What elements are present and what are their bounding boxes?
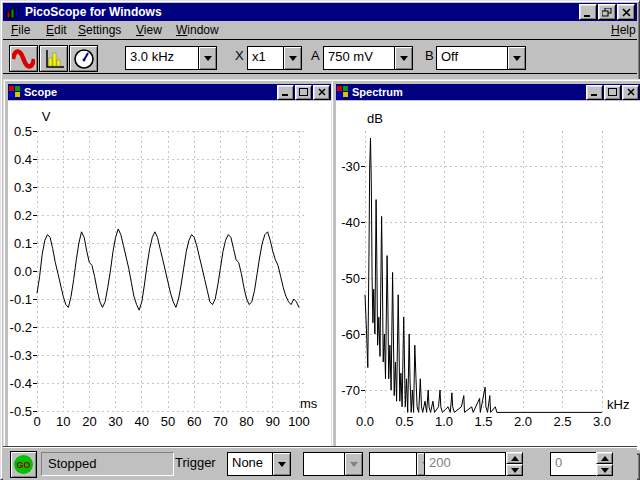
x-tick-label: 1.0 xyxy=(435,414,453,429)
x-tick-label: 80 xyxy=(239,414,253,429)
scope-window-icon xyxy=(9,86,21,98)
y-tick-label: -0.1 xyxy=(10,292,32,307)
chevron-down-icon xyxy=(513,56,521,61)
spectrum-window-title: Spectrum xyxy=(352,86,585,98)
menu-file[interactable]: File xyxy=(9,22,32,38)
timebase-select[interactable]: 3.0 kHz xyxy=(125,46,217,70)
trigger-delay-field[interactable]: 0 xyxy=(550,452,597,476)
y-axis-unit-label: dB xyxy=(367,111,383,126)
trigger-direction-value xyxy=(370,453,416,475)
x-tick-label: 20 xyxy=(82,414,96,429)
main-titlebar[interactable]: PicoScope for Windows xyxy=(3,3,637,21)
x-tick-label: 0.0 xyxy=(356,414,374,429)
scope-view-button[interactable] xyxy=(9,45,38,72)
x-tick-label: 30 xyxy=(108,414,122,429)
spin-up-button[interactable] xyxy=(596,452,613,464)
spectrum-maximize-button[interactable] xyxy=(604,85,621,100)
spectrum-minimize-button[interactable] xyxy=(586,85,603,100)
meter-view-button[interactable] xyxy=(69,45,98,72)
channel-a-range-select[interactable]: 750 mV xyxy=(323,46,413,70)
spin-down-button[interactable] xyxy=(506,464,523,476)
channel-a-dropdown-button[interactable] xyxy=(394,47,412,69)
scope-titlebar[interactable]: Scope xyxy=(8,84,331,100)
trigger-delay-spinner xyxy=(596,452,613,476)
close-icon xyxy=(627,88,635,96)
x-multiplier-label: X xyxy=(235,48,244,63)
application-window: PicoScope for Windows File Edit Settings… xyxy=(0,0,640,480)
menu-edit[interactable]: Edit xyxy=(44,22,69,38)
toolbar: 3.0 kHz X x1 A 750 mV B Off xyxy=(3,39,637,74)
chevron-down-icon xyxy=(350,462,358,467)
maximize-icon xyxy=(299,88,308,96)
chevron-up-icon xyxy=(511,456,519,461)
x-tick-label: 50 xyxy=(161,414,175,429)
x-multiplier-select[interactable]: x1 xyxy=(247,46,302,70)
chevron-down-icon xyxy=(204,56,212,61)
x-tick-label: 2.0 xyxy=(514,414,532,429)
y-tick-label: -0.4 xyxy=(10,376,32,391)
y-axis-unit-label: V xyxy=(42,109,51,124)
trigger-threshold-spinner xyxy=(506,452,523,476)
spin-up-button[interactable] xyxy=(506,452,523,464)
go-button-label: GO xyxy=(14,455,33,474)
x-tick-label: 1.5 xyxy=(474,414,492,429)
trigger-threshold-field[interactable]: 200 xyxy=(424,452,506,476)
x-tick-label: 2.5 xyxy=(553,414,571,429)
menu-help[interactable]: Help xyxy=(609,22,638,38)
scope-maximize-button[interactable] xyxy=(295,85,312,100)
x-tick-label: 90 xyxy=(266,414,280,429)
window-title: PicoScope for Windows xyxy=(25,5,578,19)
y-tick-label: -70 xyxy=(341,383,360,398)
menu-settings[interactable]: Settings xyxy=(76,22,123,38)
x-multiplier-value: x1 xyxy=(248,47,283,69)
channel-b-range-select[interactable]: Off xyxy=(436,46,526,70)
scope-window: Scope 01020304050607080901000.50.40.30.2… xyxy=(3,79,336,455)
spectrum-close-button[interactable] xyxy=(622,85,639,100)
restore-button[interactable] xyxy=(598,4,616,20)
trigger-mode-dropdown-button[interactable] xyxy=(272,453,290,475)
go-button[interactable]: GO xyxy=(10,451,37,478)
bar-spectrum-icon xyxy=(43,49,65,69)
y-tick-label: 0.4 xyxy=(14,152,32,167)
y-tick-label: 0.5 xyxy=(14,124,32,139)
x-tick-label: 0 xyxy=(33,414,40,429)
x-axis-unit-label: ms xyxy=(300,396,318,411)
timebase-dropdown-button[interactable] xyxy=(198,47,216,69)
spectrum-window: Spectrum 0.00.51.01.52.02.53.0-30-40-50-… xyxy=(331,79,640,455)
scope-close-button[interactable] xyxy=(313,85,330,100)
trigger-channel-dropdown-button[interactable] xyxy=(344,453,362,475)
spectrum-view-button[interactable] xyxy=(39,45,68,72)
spectrum-chart: 0.00.51.01.52.02.53.0-30-40-50-60-70dBkH… xyxy=(336,101,632,443)
trigger-channel-value xyxy=(304,453,344,475)
status-bar: GO Stopped Trigger None 200 0 xyxy=(3,446,637,480)
x-tick-label: 3.0 xyxy=(593,414,611,429)
spin-down-button[interactable] xyxy=(596,464,613,476)
y-tick-label: -30 xyxy=(341,159,360,174)
x-axis-unit-label: kHz xyxy=(607,397,629,412)
x-multiplier-dropdown-button[interactable] xyxy=(283,47,301,69)
trigger-channel-select[interactable] xyxy=(303,452,363,476)
channel-a-label: A xyxy=(311,48,320,63)
channel-a-range-value: 750 mV xyxy=(324,47,394,69)
y-tick-label: 0.2 xyxy=(14,208,32,223)
status-text: Stopped xyxy=(41,452,174,476)
y-tick-label: 0.3 xyxy=(14,180,32,195)
y-tick-label: -50 xyxy=(341,271,360,286)
chevron-up-icon xyxy=(601,456,609,461)
channel-b-dropdown-button[interactable] xyxy=(507,47,525,69)
trigger-mode-select[interactable]: None xyxy=(227,452,291,476)
scope-plot-area: 01020304050607080901000.50.40.30.20.10.0… xyxy=(8,101,331,450)
chevron-down-icon xyxy=(278,462,286,467)
spectrum-plot-area: 0.00.51.01.52.02.53.0-30-40-50-60-70dBkH… xyxy=(336,101,640,450)
y-tick-label: -0.5 xyxy=(10,404,32,419)
menu-view[interactable]: View xyxy=(134,22,164,38)
menu-window[interactable]: Window xyxy=(174,22,221,38)
trigger-label: Trigger xyxy=(175,455,216,470)
close-button[interactable] xyxy=(617,4,635,20)
x-tick-label: 10 xyxy=(56,414,70,429)
scope-minimize-button[interactable] xyxy=(277,85,294,100)
restore-icon xyxy=(602,8,612,17)
minimize-button[interactable] xyxy=(579,4,597,20)
app-icon xyxy=(5,5,21,19)
spectrum-titlebar[interactable]: Spectrum xyxy=(336,84,640,100)
